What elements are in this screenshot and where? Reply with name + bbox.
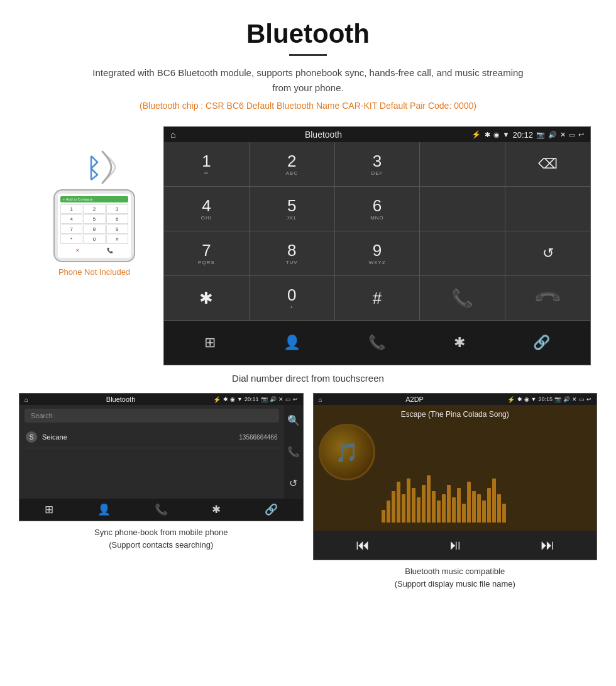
- phone-dial-grid: 123 456 789 *0#: [60, 204, 128, 244]
- music-camera-icon: 📷: [554, 396, 561, 402]
- nav-link-icon[interactable]: 🔗: [533, 335, 550, 351]
- main-screen-container: + Add to Contacts 123 456 789 *0# ✕ 📞 Ph…: [0, 126, 616, 365]
- side-refresh-icon[interactable]: ↺: [287, 477, 300, 489]
- close-icon[interactable]: ✕: [560, 131, 566, 139]
- usb-icon: ⚡: [471, 130, 481, 139]
- dial-call-green[interactable]: 📞: [420, 276, 505, 320]
- music-window-icon[interactable]: ▭: [579, 396, 585, 402]
- volume-icon[interactable]: 🔊: [548, 131, 557, 139]
- nav-phone-icon[interactable]: 📞: [368, 335, 385, 351]
- dial-key-hash[interactable]: #: [335, 276, 420, 320]
- screen-title: Bluetooth: [179, 130, 467, 140]
- contacts-status-bar: ⌂ Bluetooth ⚡ ✱◉▼ 20:11 📷 🔊 ✕ ▭ ↩: [19, 394, 303, 405]
- dial-key-8[interactable]: 8TUV: [250, 231, 334, 275]
- dial-empty-1: [420, 142, 505, 186]
- nav-bluetooth-icon[interactable]: ✱: [454, 335, 465, 351]
- music-visualizer: [382, 424, 592, 526]
- contacts-nav-phone[interactable]: 📞: [155, 503, 168, 516]
- contacts-time: 20:11: [245, 396, 259, 402]
- dial-call-red[interactable]: 📞: [505, 276, 590, 320]
- next-icon[interactable]: ⏭: [541, 537, 554, 553]
- contacts-usb-icon: ⚡: [213, 396, 221, 403]
- music-note-icon: 🎵: [335, 441, 358, 463]
- dial-key-9[interactable]: 9WXYZ: [335, 231, 420, 275]
- contacts-window-icon[interactable]: ▭: [285, 396, 291, 402]
- main-android-screen: ⌂ Bluetooth ⚡ ✱ ◉ ▼ 20:12 📷 🔊 ✕ ▭ ↩: [163, 126, 591, 365]
- dial-key-6[interactable]: 6MNO: [335, 187, 420, 231]
- main-caption: Dial number direct from touchscreen: [0, 365, 616, 393]
- camera-icon[interactable]: 📷: [536, 131, 545, 139]
- dial-key-1[interactable]: 1∞: [164, 142, 249, 186]
- nav-grid-icon[interactable]: ⊞: [204, 335, 216, 351]
- contacts-nav-link[interactable]: 🔗: [265, 503, 278, 516]
- gps-status-icon: ◉: [493, 131, 500, 139]
- contacts-nav-grid[interactable]: ⊞: [45, 503, 53, 516]
- subtitle-text: Integrated with BC6 Bluetooth module, su…: [88, 65, 528, 96]
- phone-top-bar: + Add to Contacts: [60, 196, 128, 202]
- music-caption: Bluetooth music compatible (Support disp…: [392, 560, 519, 591]
- music-title: A2DP: [325, 396, 505, 403]
- contacts-screen-wrapper: ⌂ Bluetooth ⚡ ✱◉▼ 20:11 📷 🔊 ✕ ▭ ↩ Search: [19, 393, 304, 591]
- music-screen-wrapper: ⌂ A2DP ⚡ ✱◉▼ 20:15 📷 🔊 ✕ ▭ ↩ Escape (The…: [313, 393, 598, 591]
- play-pause-icon[interactable]: ⏯: [448, 537, 462, 553]
- side-icons: 🔍 📞 ↺: [284, 405, 303, 499]
- dial-key-3[interactable]: 3DEF: [335, 142, 420, 186]
- music-main-area: 🎵: [319, 424, 592, 526]
- dial-key-0[interactable]: 0+: [250, 276, 334, 320]
- bluetooth-status-icon: ✱: [485, 131, 490, 139]
- album-art: 🎵: [319, 424, 375, 480]
- dial-key-7[interactable]: 7PQRS: [164, 231, 249, 275]
- music-home-icon[interactable]: ⌂: [319, 396, 322, 403]
- music-controls: ⏮ ⏯ ⏭: [314, 531, 597, 560]
- dial-backspace[interactable]: ⌫: [505, 142, 590, 186]
- contact-row[interactable]: S Seicane 13566664466: [19, 426, 284, 448]
- title-section: Bluetooth Integrated with BC6 Bluetooth …: [0, 0, 616, 126]
- phone-illustration: + Add to Contacts 123 456 789 *0# ✕ 📞 Ph…: [25, 126, 163, 365]
- contacts-vol-icon: 🔊: [270, 396, 277, 402]
- contacts-nav-bt[interactable]: ✱: [212, 503, 221, 516]
- dial-key-2[interactable]: 2ABC: [250, 142, 334, 186]
- status-icons: ✱ ◉ ▼ 20:12 📷 🔊 ✕ ▭ ↩: [485, 130, 584, 140]
- main-status-bar: ⌂ Bluetooth ⚡ ✱ ◉ ▼ 20:12 📷 🔊 ✕ ▭ ↩: [164, 127, 590, 142]
- side-phone-icon[interactable]: 📞: [287, 446, 300, 458]
- dial-pad-grid: 1∞ 2ABC 3DEF ⌫ 4GHI 5JKL 6MNO 7PQRS 8TUV…: [164, 142, 590, 365]
- contacts-home-icon[interactable]: ⌂: [25, 396, 28, 403]
- music-time: 20:15: [538, 396, 553, 402]
- dial-empty-2: [420, 187, 505, 231]
- music-vol-icon: 🔊: [563, 396, 570, 402]
- music-back-icon[interactable]: ↩: [586, 396, 591, 402]
- music-content: Escape (The Pina Colada Song) 🎵: [314, 405, 597, 531]
- status-time: 20:12: [512, 130, 533, 140]
- bottom-screens-container: ⌂ Bluetooth ⚡ ✱◉▼ 20:11 📷 🔊 ✕ ▭ ↩ Search: [0, 393, 616, 591]
- contact-phone: 13566664466: [239, 434, 277, 441]
- side-search-icon[interactable]: 🔍: [287, 414, 300, 426]
- dial-key-star[interactable]: ✱: [164, 276, 249, 320]
- contacts-close-icon[interactable]: ✕: [278, 396, 283, 402]
- music-close-icon[interactable]: ✕: [572, 396, 577, 402]
- contacts-screen: ⌂ Bluetooth ⚡ ✱◉▼ 20:11 📷 🔊 ✕ ▭ ↩ Search: [19, 393, 304, 521]
- android-screen-main: ⌂ Bluetooth ⚡ ✱ ◉ ▼ 20:12 📷 🔊 ✕ ▭ ↩: [163, 126, 591, 365]
- page-title: Bluetooth: [13, 19, 603, 49]
- contacts-caption: Sync phone-book from mobile phone (Suppo…: [91, 521, 231, 552]
- contacts-back-icon[interactable]: ↩: [293, 396, 298, 402]
- song-title: Escape (The Pina Colada Song): [319, 410, 592, 419]
- search-input[interactable]: Search: [25, 409, 279, 423]
- prev-icon[interactable]: ⏮: [356, 537, 370, 553]
- phone-mockup: + Add to Contacts 123 456 789 *0# ✕ 📞: [53, 189, 135, 262]
- window-icon[interactable]: ▭: [569, 131, 575, 139]
- back-icon[interactable]: ↩: [578, 131, 584, 139]
- music-screen: ⌂ A2DP ⚡ ✱◉▼ 20:15 📷 🔊 ✕ ▭ ↩ Escape (The…: [313, 393, 598, 560]
- dial-refresh[interactable]: ↺: [505, 231, 590, 275]
- dial-empty-4: [420, 231, 505, 275]
- dial-key-4[interactable]: 4GHI: [164, 187, 249, 231]
- music-usb-icon: ⚡: [507, 396, 515, 403]
- contacts-nav-contacts[interactable]: 👤: [97, 503, 111, 516]
- dial-key-5[interactable]: 5JKL: [250, 187, 334, 231]
- home-icon[interactable]: ⌂: [170, 130, 175, 140]
- signal-icon: ▼: [503, 131, 510, 138]
- contact-avatar: S: [26, 431, 37, 443]
- title-divider: [289, 54, 327, 56]
- contacts-title: Bluetooth: [31, 396, 211, 403]
- nav-contacts-icon[interactable]: 👤: [283, 335, 300, 351]
- search-bar-row: Search: [19, 405, 284, 426]
